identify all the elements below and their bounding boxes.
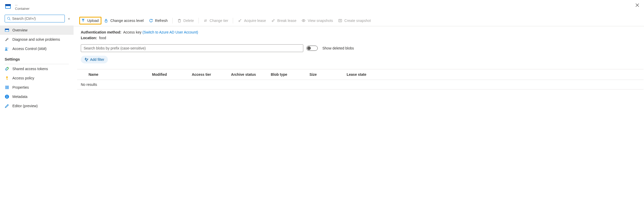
svg-rect-1	[5, 4, 11, 5]
nav-iam[interactable]: Access Control (IAM)	[0, 44, 74, 53]
upload-button[interactable]: Upload	[79, 17, 101, 24]
toolbar: Upload Change access level Refresh Delet	[74, 15, 644, 26]
column-size[interactable]: Size	[307, 72, 344, 77]
resource-type: Container	[15, 7, 29, 11]
search-icon	[7, 17, 11, 20]
svg-point-8	[5, 47, 7, 49]
nav-diagnose-label: Diagnose and solve problems	[12, 37, 60, 41]
close-button[interactable]	[634, 2, 641, 10]
create-snapshot-button[interactable]: Create snapshot	[336, 17, 373, 24]
people-icon	[5, 46, 9, 51]
nav-overview-label: Overview	[12, 28, 27, 32]
svg-rect-24	[178, 20, 180, 22]
show-deleted-label: Show deleted blobs	[322, 46, 354, 50]
upload-icon	[81, 19, 85, 23]
info-icon	[5, 94, 9, 99]
delete-button[interactable]: Delete	[175, 17, 196, 24]
no-results: No results	[77, 80, 643, 89]
acquire-lease-label: Acquire lease	[244, 19, 266, 23]
trash-icon	[177, 19, 181, 23]
column-name[interactable]: Name	[86, 72, 149, 77]
add-filter-button[interactable]: Add filter	[81, 56, 108, 63]
svg-rect-12	[7, 79, 8, 80]
column-blob-type[interactable]: Blob type	[268, 72, 307, 77]
nav-editor[interactable]: Editor (preview)	[0, 101, 74, 111]
view-snapshots-button[interactable]: View snapshots	[299, 17, 336, 24]
toggle-knob	[307, 46, 311, 50]
swap-icon	[203, 19, 208, 23]
nav-iam-label: Access Control (IAM)	[12, 47, 46, 51]
nav-metadata[interactable]: Metadata	[0, 92, 74, 101]
svg-rect-7	[5, 30, 9, 31]
nav-properties-label: Properties	[12, 85, 29, 89]
show-deleted-toggle[interactable]	[306, 46, 318, 51]
auth-label: Authentication method:	[81, 30, 121, 34]
nav-editor-label: Editor (preview)	[12, 104, 38, 108]
svg-rect-36	[339, 19, 342, 22]
nav-overview[interactable]: Overview	[0, 26, 74, 35]
blob-search-input[interactable]	[81, 44, 303, 52]
column-archive-status[interactable]: Archive status	[228, 72, 268, 77]
table-header: Name Modified Access tier Archive status…	[77, 69, 643, 80]
snapshot-icon	[338, 19, 342, 23]
svg-point-35	[303, 20, 304, 21]
acquire-lease-icon	[238, 19, 242, 23]
nav-sas[interactable]: Shared access tokens	[0, 64, 74, 73]
refresh-icon	[149, 19, 153, 23]
change-tier-label: Change tier	[210, 19, 228, 23]
delete-label: Delete	[184, 19, 194, 23]
nav-section-settings: Settings	[0, 53, 74, 63]
wrench-icon	[5, 37, 9, 42]
svg-point-3	[7, 17, 10, 20]
sidebar-search[interactable]	[5, 15, 65, 22]
column-lease-state[interactable]: Lease state	[344, 72, 380, 77]
column-modified[interactable]: Modified	[149, 72, 189, 77]
container-icon	[5, 28, 9, 32]
svg-rect-17	[7, 96, 7, 98]
change-access-button[interactable]: Change access level	[101, 17, 146, 24]
auth-switch-link[interactable]: (Switch to Azure AD User Account)	[142, 30, 198, 34]
location-value: food	[99, 36, 106, 40]
svg-point-9	[7, 48, 9, 49]
svg-point-18	[7, 95, 7, 96]
refresh-button[interactable]: Refresh	[146, 17, 170, 24]
properties-icon	[5, 85, 9, 90]
nav-policy-label: Access policy	[12, 76, 34, 80]
break-lease-icon	[271, 19, 275, 23]
auth-value: Access key	[123, 30, 141, 34]
toolbar-separator	[198, 18, 199, 23]
nav-diagnose[interactable]: Diagnose and solve problems	[0, 35, 74, 44]
svg-rect-2	[6, 6, 10, 8]
eye-icon	[301, 19, 306, 23]
toolbar-separator	[172, 18, 173, 23]
container-header-icon	[5, 3, 11, 10]
filter-icon	[84, 57, 89, 62]
create-snapshot-label: Create snapshot	[344, 19, 371, 23]
column-access-tier[interactable]: Access tier	[189, 72, 228, 77]
svg-rect-15	[8, 86, 9, 89]
sidebar-collapse-button[interactable]: «	[68, 16, 70, 21]
main: Upload Change access level Refresh Delet	[74, 0, 644, 217]
change-tier-button[interactable]: Change tier	[201, 17, 231, 24]
resource-header: ... Container	[0, 2, 74, 13]
svg-rect-23	[105, 20, 107, 22]
change-access-label: Change access level	[110, 19, 144, 23]
nav-properties[interactable]: Properties	[0, 83, 74, 92]
resource-breadcrumb: ...	[15, 3, 29, 6]
svg-line-4	[10, 19, 11, 20]
acquire-lease-button[interactable]: Acquire lease	[235, 17, 268, 24]
break-lease-button[interactable]: Break lease	[268, 17, 299, 24]
key-icon	[5, 76, 9, 80]
lock-icon	[104, 19, 108, 23]
refresh-label: Refresh	[155, 19, 168, 23]
location-label: Location:	[81, 36, 97, 40]
nav-metadata-label: Metadata	[12, 95, 27, 99]
svg-rect-6	[5, 29, 9, 29]
add-filter-label: Add filter	[90, 57, 104, 62]
nav-policy[interactable]: Access policy	[0, 73, 74, 83]
svg-rect-14	[7, 86, 7, 89]
nav-sas-label: Shared access tokens	[12, 67, 48, 71]
sidebar: ... Container « Overview Diagnose and so…	[0, 0, 74, 217]
sidebar-search-input[interactable]	[12, 16, 62, 21]
link-icon	[5, 66, 9, 71]
